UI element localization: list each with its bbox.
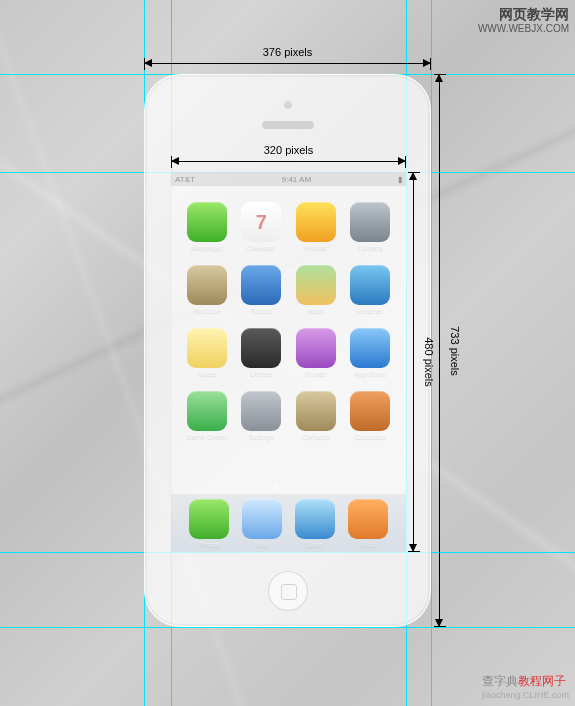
dock-app-mail: Mail <box>240 499 284 548</box>
app-label: Camera <box>358 244 383 251</box>
app-stocks: Stocks <box>239 265 283 314</box>
app-icon <box>187 391 227 431</box>
app-icon <box>189 499 229 539</box>
app-settings: Settings <box>239 391 283 440</box>
watermark-text: 子 <box>554 674 566 688</box>
app-icon <box>187 328 227 368</box>
dock: PhoneMailSafariiPod <box>171 494 406 552</box>
app-label: Contacts <box>302 433 330 440</box>
app-app-store: App Store <box>348 328 392 377</box>
app-icon: 7 <box>241 202 281 242</box>
watermark-text: 教程网 <box>518 674 554 688</box>
app-label: App Store <box>354 370 385 377</box>
app-icon <box>242 499 282 539</box>
app-label: iTunes <box>305 370 326 377</box>
app-camera: Camera <box>348 202 392 251</box>
app-icon <box>350 328 390 368</box>
app-icon <box>296 265 336 305</box>
app-label: Phone <box>199 541 219 548</box>
app-icon <box>241 328 281 368</box>
app-weather: Weather <box>348 265 392 314</box>
app-icon <box>241 265 281 305</box>
app-icon <box>296 202 336 242</box>
phone-screen: AT&T 9:41 AM ▮ Messages7CalendarPhotosCa… <box>171 172 406 552</box>
clock-label: 9:41 AM <box>282 175 311 184</box>
dimension-label: 733 pixels <box>446 326 464 376</box>
app-icon <box>348 499 388 539</box>
app-messages: Messages <box>185 202 229 251</box>
app-game-center: Game Center <box>185 391 229 440</box>
app-photos: Photos <box>294 202 338 251</box>
proximity-sensor <box>284 101 292 109</box>
earpiece <box>262 121 314 129</box>
app-icon <box>296 328 336 368</box>
app-calculator: Calculator <box>348 391 392 440</box>
app-notes: Notes <box>185 328 229 377</box>
app-icon <box>350 391 390 431</box>
battery-icon: ▮ <box>398 175 402 184</box>
dimension-outer-height: 733 pixels <box>438 74 439 627</box>
app-calendar: 7Calendar <box>239 202 283 251</box>
app-icon <box>350 202 390 242</box>
app-icon <box>241 391 281 431</box>
app-label: Stocks <box>251 307 272 314</box>
watermark-url: WWW.WEBJX.COM <box>478 23 569 35</box>
app-label: Utilities <box>250 370 273 377</box>
app-label: Weather <box>357 307 383 314</box>
app-itunes: iTunes <box>294 328 338 377</box>
app-label: iPod <box>361 541 375 548</box>
app-label: Calculator <box>354 433 386 440</box>
watermark-text: 查字典 <box>482 674 518 688</box>
watermark-title: 网页教学网 <box>478 6 569 23</box>
app-label: Game Center <box>186 433 228 440</box>
guide-horizontal <box>0 627 575 628</box>
dimension-screen-height: 480 pixels <box>412 172 413 552</box>
app-icon <box>296 391 336 431</box>
dock-app-safari: Safari <box>293 499 337 548</box>
springboard: Messages7CalendarPhotosCameraYouTubeStoc… <box>171 194 406 482</box>
watermark-bottom: 查字典教程网子 jiaocheng.CLIHE.com <box>482 673 569 700</box>
watermark-sub: jiaocheng.CLIHE.com <box>482 690 569 700</box>
carrier-label: AT&T <box>175 175 195 184</box>
page-indicator <box>171 485 406 490</box>
app-label: Safari <box>306 541 324 548</box>
app-icon <box>295 499 335 539</box>
app-icon <box>350 265 390 305</box>
watermark-top: 网页教学网 WWW.WEBJX.COM <box>478 6 569 35</box>
dimension-label: 320 pixels <box>261 144 317 156</box>
app-label: Settings <box>249 433 274 440</box>
dimension-label: 376 pixels <box>260 46 316 58</box>
app-utilities: Utilities <box>239 328 283 377</box>
home-button <box>268 571 308 611</box>
dimension-screen-width: 320 pixels <box>171 160 406 161</box>
app-contacts: Contacts <box>294 391 338 440</box>
app-maps: Maps <box>294 265 338 314</box>
dimension-outer-width: 376 pixels <box>144 62 431 63</box>
app-label: Notes <box>198 370 216 377</box>
dock-app-phone: Phone <box>187 499 231 548</box>
app-icon <box>187 202 227 242</box>
app-label: Maps <box>307 307 324 314</box>
app-label: Mail <box>256 541 269 548</box>
app-label: Messages <box>191 244 223 251</box>
dock-app-ipod: iPod <box>346 499 390 548</box>
dimension-label: 480 pixels <box>420 337 438 387</box>
app-youtube: YouTube <box>185 265 229 314</box>
app-label: Photos <box>305 244 327 251</box>
app-label: Calendar <box>247 244 275 251</box>
app-label: YouTube <box>193 307 221 314</box>
app-icon <box>187 265 227 305</box>
status-bar: AT&T 9:41 AM ▮ <box>171 172 406 186</box>
design-canvas: AT&T 9:41 AM ▮ Messages7CalendarPhotosCa… <box>0 0 575 706</box>
